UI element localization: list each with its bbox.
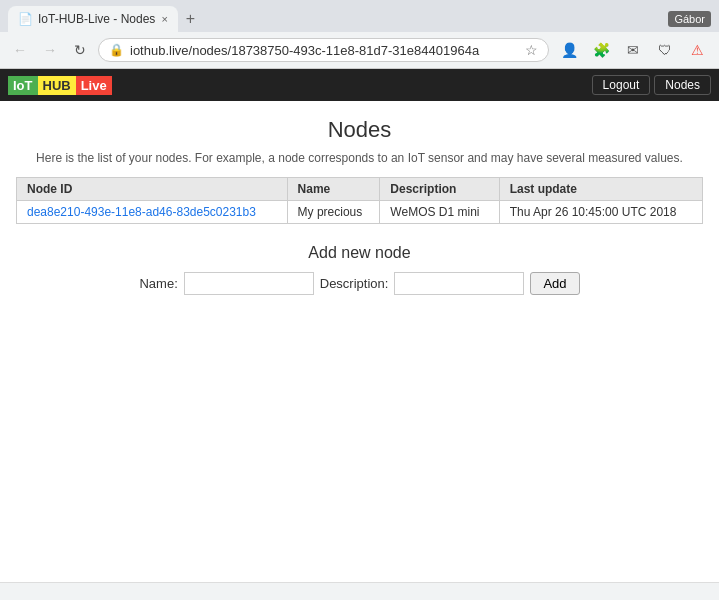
logout-button[interactable]: Logout [592, 75, 651, 95]
address-bar[interactable]: 🔒 iothub.live/nodes/18738750-493c-11e8-8… [98, 38, 549, 62]
user-badge: Gábor [668, 11, 711, 27]
warning-icon[interactable]: ⚠ [683, 36, 711, 64]
col-last-update: Last update [499, 178, 702, 201]
address-bar-row: ← → ↻ 🔒 iothub.live/nodes/18738750-493c-… [0, 32, 719, 68]
nodes-nav-button[interactable]: Nodes [654, 75, 711, 95]
brand-live: Live [76, 76, 112, 95]
status-bar [0, 582, 719, 600]
nodes-table: Node ID Name Description Last update dea… [16, 177, 703, 224]
tab-bar: 📄 IoT-HUB-Live - Nodes × + Gábor [0, 0, 719, 32]
address-text: iothub.live/nodes/18738750-493c-11e8-81d… [130, 43, 519, 58]
page-description: Here is the list of your nodes. For exam… [16, 151, 703, 165]
add-node-section: Add new node Name: Description: Add [16, 244, 703, 295]
cell-node-id[interactable]: dea8e210-493e-11e8-ad46-83de5c0231b3 [17, 201, 288, 224]
favicon-icon: 📄 [18, 12, 32, 26]
page-title: Nodes [16, 117, 703, 143]
security-icon[interactable]: 🛡 [651, 36, 679, 64]
app-header: IoT HUB Live Logout Nodes [0, 69, 719, 101]
lock-icon: 🔒 [109, 43, 124, 57]
col-name: Name [287, 178, 380, 201]
toolbar-icons: 👤 🧩 ✉ 🛡 ⚠ [555, 36, 711, 64]
name-input[interactable] [184, 272, 314, 295]
bookmark-icon[interactable]: ☆ [525, 42, 538, 58]
name-label: Name: [139, 276, 177, 291]
add-button[interactable]: Add [530, 272, 579, 295]
table-row: dea8e210-493e-11e8-ad46-83de5c0231b3 My … [17, 201, 703, 224]
description-input[interactable] [394, 272, 524, 295]
header-nav: Logout Nodes [592, 75, 711, 95]
add-node-form: Name: Description: Add [16, 272, 703, 295]
brand-hub: HUB [38, 76, 76, 95]
cell-last-update: Thu Apr 26 10:45:00 UTC 2018 [499, 201, 702, 224]
active-tab[interactable]: 📄 IoT-HUB-Live - Nodes × [8, 6, 178, 32]
forward-button[interactable]: → [38, 38, 62, 62]
browser-chrome: 📄 IoT-HUB-Live - Nodes × + Gábor ← → ↻ 🔒… [0, 0, 719, 69]
tab-title: IoT-HUB-Live - Nodes [38, 12, 155, 26]
extensions-icon[interactable]: 🧩 [587, 36, 615, 64]
page-content: Nodes Here is the list of your nodes. Fo… [0, 101, 719, 311]
description-label: Description: [320, 276, 389, 291]
add-node-title: Add new node [16, 244, 703, 262]
tab-close-button[interactable]: × [161, 13, 167, 25]
back-button[interactable]: ← [8, 38, 32, 62]
brand-iot: IoT [8, 76, 38, 95]
email-icon[interactable]: ✉ [619, 36, 647, 64]
table-header: Node ID Name Description Last update [17, 178, 703, 201]
cell-description: WeMOS D1 mini [380, 201, 499, 224]
col-node-id: Node ID [17, 178, 288, 201]
col-description: Description [380, 178, 499, 201]
profile-icon[interactable]: 👤 [555, 36, 583, 64]
reload-button[interactable]: ↻ [68, 38, 92, 62]
brand-logo: IoT HUB Live [8, 76, 112, 95]
cell-name: My precious [287, 201, 380, 224]
new-tab-button[interactable]: + [182, 10, 199, 28]
table-body: dea8e210-493e-11e8-ad46-83de5c0231b3 My … [17, 201, 703, 224]
node-id-link[interactable]: dea8e210-493e-11e8-ad46-83de5c0231b3 [27, 205, 256, 219]
